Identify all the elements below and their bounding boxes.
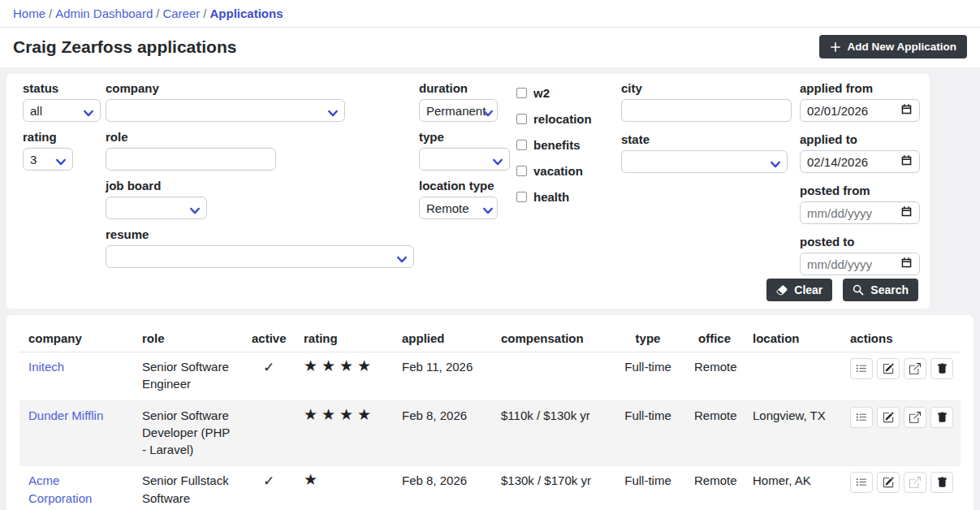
search-button[interactable]: Search [843, 279, 918, 301]
posted-to-placeholder: mm/dd/yyyy [807, 257, 872, 271]
breadcrumb-separator: / [200, 6, 209, 20]
role-cell: Senior Software Developer (PHP - Laravel… [133, 400, 243, 466]
checkbox-label: relocation [533, 112, 592, 126]
rating-select[interactable]: 3 [23, 148, 73, 171]
rating-cell: ★ [295, 466, 393, 510]
active-cell [243, 400, 295, 466]
chevron-down-icon [55, 155, 67, 169]
breadcrumb-link-career[interactable]: Career [162, 6, 200, 20]
edit-action-button[interactable] [877, 407, 900, 428]
edit-icon [883, 477, 894, 488]
breadcrumb: Home/Admin Dashboard/Career/Applications [0, 0, 980, 28]
trash-action-button[interactable] [930, 358, 953, 379]
posted-to-date-input[interactable]: mm/dd/yyyy [800, 253, 920, 275]
add-new-application-button[interactable]: Add New Application [819, 35, 968, 58]
resume-label: resume [106, 227, 414, 241]
company-cell: Initech [19, 352, 133, 401]
active-cell: ✓ [243, 352, 295, 401]
chevron-down-icon [83, 106, 94, 120]
table-row: InitechSenior Software Engineer✓★★★★Feb … [19, 352, 961, 401]
role-label: role [106, 130, 414, 144]
trash-action-button[interactable] [930, 472, 953, 493]
role-input[interactable] [106, 148, 276, 171]
search-icon [853, 284, 864, 296]
company-link[interactable]: Acme Corporation [28, 473, 92, 504]
edit-action-button[interactable] [877, 472, 900, 493]
search-button-label: Search [870, 283, 909, 296]
company-select[interactable] [106, 99, 345, 122]
filters-panel: status all rating 3 company [6, 74, 930, 309]
column-header-office: office [685, 325, 744, 352]
checkbox-item-health[interactable]: health [516, 190, 607, 204]
checkbox-item-w2[interactable]: w2 [516, 86, 607, 100]
external-link-icon [909, 412, 921, 423]
checkbox-item-relocation[interactable]: relocation [516, 112, 607, 126]
duration-label: duration [419, 81, 510, 95]
resume-select[interactable] [106, 245, 414, 268]
company-link[interactable]: Dunder Mifflin [28, 408, 103, 422]
list-icon [856, 477, 867, 488]
list-action-button[interactable] [850, 407, 873, 428]
list-icon [856, 363, 867, 374]
chevron-down-icon [482, 204, 494, 218]
breadcrumb-separator: / [153, 6, 162, 20]
column-header-applied: applied [393, 325, 492, 352]
state-select[interactable] [621, 150, 788, 173]
type-select[interactable] [419, 148, 510, 171]
applied-cell: Feb 8, 2026 [393, 400, 492, 466]
rating-cell: ★★★★ [295, 352, 393, 401]
trash-action-button[interactable] [930, 407, 953, 428]
checkbox-health[interactable] [516, 192, 527, 202]
checkbox-relocation[interactable] [516, 114, 527, 124]
status-label: status [23, 81, 101, 95]
column-header-actions: actions [841, 325, 961, 352]
breadcrumb-link-home[interactable]: Home [13, 6, 45, 20]
edit-action-button[interactable] [877, 358, 900, 379]
clear-button[interactable]: Clear [766, 279, 832, 301]
applied-to-date-input[interactable]: 02/14/2026 [800, 150, 920, 173]
external-link-action-button[interactable] [904, 358, 926, 379]
column-header-compensation: compensation [492, 325, 611, 352]
list-action-button[interactable] [850, 358, 873, 379]
checkbox-w2[interactable] [516, 88, 527, 98]
checkbox-item-benefits[interactable]: benefits [516, 138, 607, 152]
type-cell: Full-time [611, 466, 685, 510]
company-link[interactable]: Initech [28, 360, 64, 374]
external-link-action-button[interactable] [904, 472, 926, 493]
page-title: Craig Zearfoss applications [13, 37, 236, 57]
calendar-icon [896, 257, 913, 271]
city-input[interactable] [621, 99, 792, 122]
posted-to-label: posted to [800, 235, 920, 249]
active-cell: ✓ [243, 466, 295, 510]
external-link-action-button[interactable] [904, 407, 926, 428]
rating-label: rating [23, 130, 101, 144]
plus-icon [830, 41, 841, 53]
location-type-select[interactable]: Remote [419, 197, 498, 219]
checkbox-vacation[interactable] [516, 166, 527, 176]
table-row: Acme CorporationSenior Fullstack Softwar… [19, 466, 961, 510]
applied-from-date-input[interactable]: 02/01/2026 [800, 99, 920, 122]
column-header-role: role [133, 325, 243, 352]
checkbox-label: benefits [533, 138, 581, 152]
applications-table-panel: companyroleactiveratingappliedcompensati… [6, 315, 974, 510]
location-type-label: location type [419, 179, 510, 192]
type-cell: Full-time [611, 400, 685, 466]
list-icon [856, 412, 867, 423]
breadcrumb-separator: / [45, 6, 55, 20]
checkbox-benefits[interactable] [516, 140, 527, 150]
checkbox-item-vacation[interactable]: vacation [516, 164, 607, 178]
posted-from-date-input[interactable]: mm/dd/yyyy [800, 201, 920, 224]
job-board-select[interactable] [106, 197, 207, 219]
posted-from-placeholder: mm/dd/yyyy [807, 206, 872, 220]
duration-select[interactable]: Permanent [419, 99, 498, 122]
status-select[interactable]: all [23, 99, 101, 122]
applied-cell: Feb 8, 2026 [393, 466, 492, 510]
list-action-button[interactable] [850, 472, 873, 493]
location-cell: Longview, TX [744, 400, 841, 466]
state-label: state [621, 132, 792, 146]
column-header-active: active [243, 325, 295, 352]
column-header-rating: rating [295, 325, 393, 352]
office-cell: Remote [685, 352, 744, 401]
edit-icon [883, 412, 894, 423]
breadcrumb-link-admin-dashboard[interactable]: Admin Dashboard [55, 6, 153, 20]
